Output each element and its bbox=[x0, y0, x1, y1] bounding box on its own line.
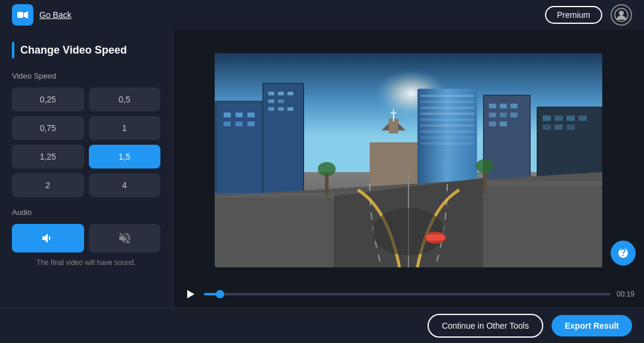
audio-on-button[interactable] bbox=[12, 224, 84, 252]
sidebar-title: Change Video Speed bbox=[20, 44, 127, 57]
svg-point-3 bbox=[619, 11, 624, 15]
svg-rect-63 bbox=[215, 193, 334, 198]
sidebar: Change Video Speed Video Speed 0,25 0,5 … bbox=[0, 30, 173, 307]
svg-rect-57 bbox=[566, 124, 575, 130]
svg-rect-17 bbox=[278, 92, 284, 95]
svg-rect-0 bbox=[17, 12, 23, 18]
time-display: 00:19 bbox=[617, 290, 634, 298]
audio-note: The final video will have sound. bbox=[12, 258, 160, 267]
speed-btn-025[interactable]: 0,25 bbox=[12, 88, 84, 111]
svg-rect-54 bbox=[578, 116, 587, 121]
svg-rect-8 bbox=[224, 113, 231, 117]
header-left: Go Back bbox=[12, 4, 72, 26]
video-area bbox=[173, 30, 644, 281]
app-logo-icon bbox=[12, 4, 33, 26]
audio-label: Audio bbox=[12, 208, 160, 217]
premium-button[interactable]: Premium bbox=[545, 6, 602, 24]
svg-rect-38 bbox=[420, 142, 474, 145]
sidebar-accent bbox=[12, 42, 14, 58]
go-back-button[interactable]: Go Back bbox=[39, 10, 72, 20]
svg-rect-10 bbox=[247, 113, 255, 117]
svg-rect-56 bbox=[555, 124, 563, 130]
svg-rect-32 bbox=[420, 107, 474, 109]
speed-btn-125[interactable]: 1,25 bbox=[12, 145, 84, 169]
svg-rect-64 bbox=[483, 181, 602, 186]
svg-rect-31 bbox=[420, 101, 474, 103]
svg-rect-44 bbox=[489, 113, 496, 117]
svg-rect-36 bbox=[420, 130, 474, 133]
video-controls: 00:19 bbox=[173, 281, 644, 307]
progress-fill bbox=[204, 293, 220, 295]
speed-btn-4[interactable]: 4 bbox=[89, 173, 161, 197]
svg-rect-23 bbox=[287, 107, 293, 111]
export-result-button[interactable]: Export Result bbox=[552, 315, 632, 336]
audio-off-button[interactable] bbox=[89, 224, 161, 252]
svg-rect-62 bbox=[426, 235, 444, 241]
svg-rect-21 bbox=[268, 107, 274, 111]
svg-rect-43 bbox=[510, 104, 518, 108]
speed-btn-05[interactable]: 0,5 bbox=[89, 88, 161, 111]
video-container bbox=[215, 53, 602, 267]
support-button[interactable] bbox=[611, 241, 636, 266]
svg-rect-20 bbox=[278, 99, 284, 103]
play-button[interactable] bbox=[182, 286, 198, 302]
svg-rect-41 bbox=[489, 104, 496, 108]
svg-rect-11 bbox=[224, 121, 231, 126]
svg-point-66 bbox=[318, 162, 336, 176]
svg-marker-1 bbox=[24, 11, 28, 18]
speed-grid: 0,25 0,5 0,75 1 1,25 1,5 2 4 bbox=[12, 88, 160, 197]
sidebar-title-bar: Change Video Speed bbox=[12, 42, 160, 58]
svg-point-60 bbox=[373, 208, 444, 255]
svg-rect-30 bbox=[420, 95, 474, 97]
svg-rect-55 bbox=[543, 124, 551, 130]
speed-btn-075[interactable]: 0,75 bbox=[12, 116, 84, 140]
progress-thumb bbox=[216, 290, 224, 298]
svg-rect-42 bbox=[500, 104, 507, 108]
speed-btn-15[interactable]: 1,5 bbox=[89, 145, 161, 169]
audio-buttons bbox=[12, 224, 160, 252]
svg-rect-12 bbox=[236, 121, 243, 126]
svg-rect-47 bbox=[489, 121, 496, 126]
video-panel: 00:19 bbox=[173, 30, 644, 307]
svg-rect-33 bbox=[420, 113, 474, 115]
avatar-icon[interactable] bbox=[611, 4, 632, 26]
header-right: Premium bbox=[545, 4, 632, 26]
continue-in-other-tools-button[interactable]: Continue in Other Tools bbox=[428, 314, 543, 338]
svg-rect-16 bbox=[268, 92, 274, 95]
svg-rect-46 bbox=[510, 113, 518, 117]
main-content: Change Video Speed Video Speed 0,25 0,5 … bbox=[0, 30, 644, 307]
svg-rect-37 bbox=[420, 136, 474, 139]
svg-rect-13 bbox=[247, 121, 255, 126]
video-canvas bbox=[215, 53, 602, 267]
svg-rect-27 bbox=[393, 110, 394, 121]
speed-btn-1[interactable]: 1 bbox=[89, 116, 161, 140]
svg-rect-52 bbox=[555, 116, 563, 121]
speed-btn-2[interactable]: 2 bbox=[12, 173, 84, 197]
bottom-bar: Continue in Other Tools Export Result bbox=[0, 307, 644, 343]
svg-rect-22 bbox=[278, 107, 284, 111]
header: Go Back Premium bbox=[0, 0, 644, 30]
video-speed-label: Video Speed bbox=[12, 71, 160, 80]
svg-rect-35 bbox=[420, 124, 474, 127]
svg-rect-53 bbox=[566, 116, 575, 121]
svg-rect-34 bbox=[420, 119, 474, 121]
svg-rect-48 bbox=[500, 121, 507, 126]
svg-point-68 bbox=[476, 159, 494, 173]
svg-rect-45 bbox=[500, 113, 507, 117]
svg-rect-28 bbox=[391, 113, 397, 114]
svg-rect-19 bbox=[268, 99, 274, 103]
svg-rect-24 bbox=[370, 142, 417, 190]
progress-bar[interactable] bbox=[204, 293, 611, 295]
svg-rect-18 bbox=[287, 92, 293, 95]
svg-marker-69 bbox=[187, 290, 194, 298]
svg-rect-51 bbox=[543, 116, 551, 121]
svg-rect-9 bbox=[236, 113, 243, 117]
